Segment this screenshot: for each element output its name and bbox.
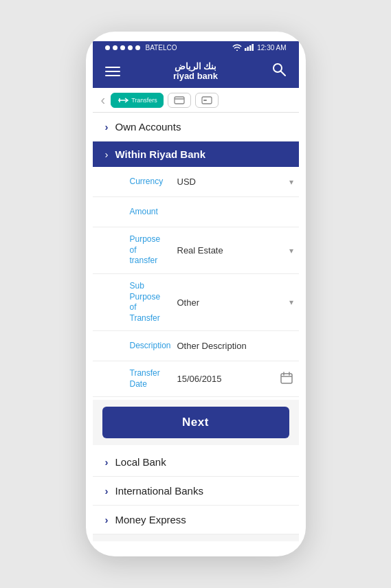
own-accounts-label: Own Accounts	[115, 121, 181, 133]
currency-value[interactable]: USD ▾	[172, 167, 299, 196]
signal-dot-2	[113, 45, 118, 50]
section-money-express[interactable]: › Money Express	[93, 506, 299, 534]
local-bank-label: Local Bank	[115, 456, 166, 468]
sub-purpose-label: Sub Purpose of Transfer	[93, 274, 172, 330]
other-sections: › Local Bank › International Banks › Mon…	[93, 445, 299, 534]
signal-bars-icon	[245, 44, 254, 52]
tab-deposit[interactable]	[168, 93, 191, 108]
tab-card[interactable]	[195, 93, 219, 108]
section-international-banks[interactable]: › International Banks	[93, 477, 299, 506]
money-express-chevron: ›	[105, 514, 109, 525]
app-header: بنك الرياض riyad bank	[93, 56, 299, 89]
purpose-label: Purpose of transfer	[93, 227, 172, 273]
menu-button[interactable]	[105, 67, 120, 76]
tab-bar: ‹ Transfers	[93, 88, 299, 113]
svg-rect-12	[203, 100, 207, 101]
status-bar-right: 12:30 AM	[232, 44, 286, 52]
transfer-date-value[interactable]: 15/06/2015	[172, 361, 299, 396]
section-within-riyad-bank[interactable]: › Within Riyad Bank	[93, 142, 299, 167]
currency-row: Currency USD ▾	[93, 167, 299, 197]
search-icon[interactable]	[271, 62, 287, 80]
svg-rect-3	[252, 44, 254, 51]
currency-label: Currency	[93, 167, 172, 196]
svg-rect-9	[175, 97, 184, 104]
purpose-value[interactable]: Real Estate ▾	[172, 227, 299, 273]
signal-dot-5	[135, 45, 140, 50]
main-content: › Own Accounts › Within Riyad Bank Curre…	[93, 113, 299, 541]
riyad-bank-chevron: ›	[105, 148, 109, 160]
currency-dropdown-arrow: ▾	[289, 177, 293, 187]
tab-icons: Transfers	[111, 93, 219, 108]
currency-text: USD	[177, 177, 196, 187]
international-banks-label: International Banks	[115, 485, 203, 497]
section-local-bank[interactable]: › Local Bank	[93, 448, 299, 477]
tab-back-button[interactable]: ‹	[101, 92, 106, 108]
amount-row: Amount	[93, 197, 299, 227]
riyad-bank-label: Within Riyad Bank	[115, 148, 206, 160]
transfer-date-row: Transfer Date 15/06/2015	[93, 361, 299, 397]
tab-transfers[interactable]: Transfers	[111, 93, 164, 108]
description-label: Description	[93, 331, 172, 361]
signal-dot-4	[128, 45, 133, 50]
description-value: Other Description	[172, 331, 299, 361]
status-bar: BATELCO 12:30 AM	[93, 41, 299, 56]
signal-dot-3	[120, 45, 125, 50]
signal-dot-1	[105, 45, 110, 50]
sub-purpose-row: Sub Purpose of Transfer Other ▾	[93, 274, 299, 331]
time-label: 12:30 AM	[257, 44, 286, 52]
svg-rect-2	[249, 45, 252, 51]
logo-arabic-text: بنك الرياض	[173, 62, 218, 71]
description-row: Description Other Description	[93, 331, 299, 361]
app-logo: بنك الرياض riyad bank	[173, 62, 218, 82]
logo-english-text: riyad bank	[173, 71, 218, 81]
wifi-icon	[232, 44, 242, 52]
transfer-date-text: 15/06/2015	[177, 374, 222, 384]
description-text: Other Description	[177, 341, 247, 351]
status-bar-left: BATELCO	[105, 44, 177, 52]
sub-purpose-value[interactable]: Other ▾	[172, 274, 299, 330]
purpose-row: Purpose of transfer Real Estate ▾	[93, 227, 299, 274]
section-own-accounts[interactable]: › Own Accounts	[93, 113, 299, 142]
purpose-text: Real Estate	[177, 245, 223, 256]
purpose-dropdown-arrow: ▾	[289, 246, 293, 256]
svg-rect-0	[245, 48, 247, 51]
svg-line-5	[280, 71, 285, 76]
amount-input[interactable]	[177, 207, 293, 217]
international-banks-chevron: ›	[105, 485, 109, 497]
calendar-icon[interactable]	[280, 371, 293, 387]
transfer-date-label: Transfer Date	[93, 361, 172, 396]
local-bank-chevron: ›	[105, 456, 109, 468]
transfers-tab-label: Transfers	[131, 97, 157, 104]
svg-rect-1	[247, 47, 249, 51]
amount-value[interactable]	[172, 197, 299, 227]
svg-rect-13	[281, 374, 292, 383]
carrier-label: BATELCO	[146, 44, 177, 52]
phone-frame: BATELCO 12:30 AM	[86, 32, 306, 557]
next-button[interactable]: Next	[102, 407, 289, 438]
own-accounts-chevron: ›	[105, 121, 109, 133]
money-express-label: Money Express	[115, 514, 186, 525]
amount-label: Amount	[93, 197, 172, 227]
sub-purpose-text: Other	[177, 297, 200, 308]
sub-purpose-dropdown-arrow: ▾	[289, 297, 293, 307]
transfer-form: Currency USD ▾ Amount Purpose of transfe…	[93, 167, 299, 400]
